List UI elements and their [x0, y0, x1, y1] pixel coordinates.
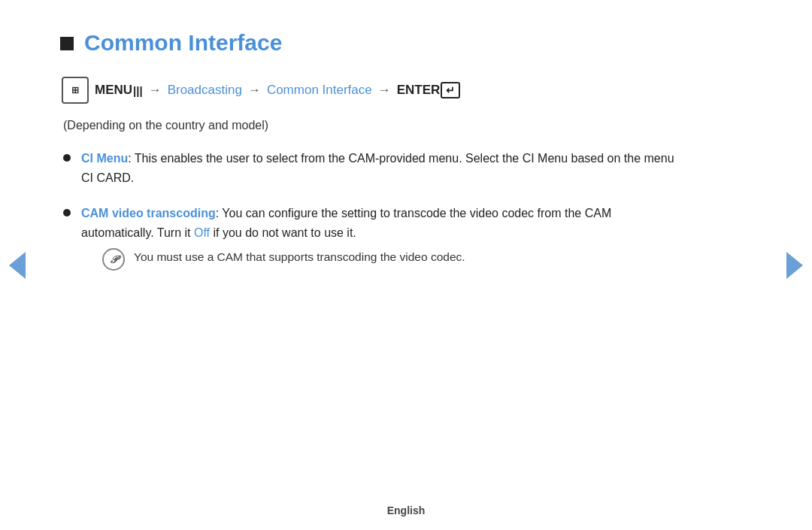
note-text: You must use a CAM that supports transco…: [134, 248, 465, 265]
cam-video-text-after: if you do not want to use it.: [210, 226, 356, 239]
main-content: Common Interface ⊞ MENU ||| → Broadcasti…: [0, 0, 737, 317]
enter-label: ENTER: [397, 83, 441, 98]
nav-arrow-right[interactable]: [786, 252, 803, 279]
arrow-3: →: [378, 83, 391, 98]
title-square-icon: [60, 37, 74, 50]
menu-icon: ⊞: [62, 77, 89, 104]
enter-icon: ↵: [441, 82, 460, 98]
bullet-text-1: CI Menu: This enables the user to select…: [81, 149, 677, 187]
breadcrumb-broadcasting: Broadcasting: [168, 83, 242, 98]
note-icon-symbol: 𝒫: [110, 252, 117, 268]
bullet-dot-2: [63, 209, 71, 217]
cam-video-label: CAM video transcoding: [81, 207, 216, 220]
note-row: 𝒫 You must use a CAM that supports trans…: [102, 248, 677, 271]
bullet-dot-1: [63, 154, 71, 162]
menu-label: MENU: [95, 83, 132, 98]
footer-language: English: [387, 504, 426, 516]
enter-key: ENTER↵: [397, 82, 461, 98]
page-title: Common Interface: [84, 30, 282, 56]
menu-bars-icon: |||: [133, 84, 143, 97]
nav-arrow-left[interactable]: [9, 252, 26, 279]
bullet-list: CI Menu: This enables the user to select…: [63, 149, 677, 271]
subtitle: (Depending on the country and model): [63, 119, 677, 132]
page-title-row: Common Interface: [60, 30, 677, 56]
breadcrumb: ⊞ MENU ||| → Broadcasting → Common Inter…: [62, 77, 677, 104]
note-icon: 𝒫: [102, 248, 125, 271]
bullet-item-cam-video: CAM video transcoding: You can configure…: [63, 204, 677, 271]
cam-video-off-word: Off: [194, 226, 210, 239]
arrow-1: →: [149, 83, 162, 98]
bullet-text-2: CAM video transcoding: You can configure…: [81, 204, 677, 271]
ci-menu-text: This enables the user to select from the…: [81, 152, 674, 184]
arrow-2: →: [248, 83, 261, 98]
breadcrumb-common-interface: Common Interface: [267, 83, 372, 98]
ci-menu-label: CI Menu: [81, 152, 128, 165]
bullet-item-ci-menu: CI Menu: This enables the user to select…: [63, 149, 677, 187]
